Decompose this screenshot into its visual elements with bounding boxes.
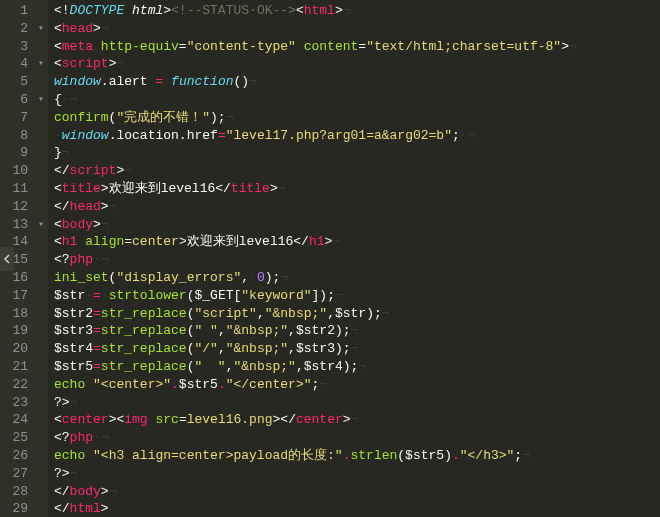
line-number: 5	[0, 73, 28, 91]
code-line[interactable]: <meta http-equiv="content-type" content=…	[54, 38, 660, 56]
fold-marker	[34, 322, 48, 340]
code-line[interactable]: </html>	[54, 500, 660, 517]
fold-marker	[34, 2, 48, 20]
code-line[interactable]: echo "<center>".$str5."</center>";¬	[54, 376, 660, 394]
fold-marker	[34, 198, 48, 216]
panel-fold-handle[interactable]	[0, 247, 14, 271]
code-line[interactable]: <?php·¬	[54, 251, 660, 269]
fold-marker	[34, 38, 48, 56]
code-line[interactable]: $str5=str_replace(" ","&nbsp;",$str4);¬	[54, 358, 660, 376]
code-line[interactable]: }¬	[54, 144, 660, 162]
code-editor: 1234567891011121314151617181920212223242…	[0, 0, 660, 517]
line-number: 11	[0, 180, 28, 198]
fold-marker	[34, 269, 48, 287]
fold-marker	[34, 144, 48, 162]
line-number: 17	[0, 287, 28, 305]
code-line[interactable]: $str3=str_replace(" ","&nbsp;",$str2);¬	[54, 322, 660, 340]
code-line[interactable]: </script>¬	[54, 162, 660, 180]
fold-marker	[34, 394, 48, 412]
fold-marker[interactable]: ▾	[34, 91, 48, 109]
line-number: 12	[0, 198, 28, 216]
fold-marker	[34, 447, 48, 465]
code-line[interactable]: {·¬	[54, 91, 660, 109]
fold-marker	[34, 340, 48, 358]
code-line[interactable]: <title>欢迎来到level16</title>¬	[54, 180, 660, 198]
fold-marker	[34, 162, 48, 180]
line-number: 6	[0, 91, 28, 109]
fold-marker[interactable]: ▾	[34, 20, 48, 38]
code-line[interactable]: confirm("完成的不错！");¬	[54, 109, 660, 127]
line-number: 7	[0, 109, 28, 127]
code-line[interactable]: $str2=str_replace("script","&nbsp;",$str…	[54, 305, 660, 323]
line-number: 29	[0, 500, 28, 517]
fold-marker	[34, 305, 48, 323]
fold-marker	[34, 180, 48, 198]
code-line[interactable]: ini_set("display_errors",·0);¬	[54, 269, 660, 287]
line-number: 28	[0, 483, 28, 501]
fold-marker	[34, 411, 48, 429]
code-line[interactable]: <h1 align=center>欢迎来到level16</h1>¬	[54, 233, 660, 251]
fold-marker[interactable]: ▾	[34, 216, 48, 234]
code-line[interactable]: window.alert = function()¬	[54, 73, 660, 91]
line-number: 9	[0, 144, 28, 162]
line-number: 13	[0, 216, 28, 234]
line-number: 21	[0, 358, 28, 376]
fold-marker[interactable]: ▾	[34, 55, 48, 73]
line-number: 3	[0, 38, 28, 56]
code-line[interactable]: <script>¬	[54, 55, 660, 73]
fold-marker-gutter: ▾▾▾▾	[34, 0, 48, 517]
code-line[interactable]: <!DOCTYPE html><!--STATUS·OK--><html>¬	[54, 2, 660, 20]
code-line[interactable]: echo "<h3 align=center>payload的长度:".strl…	[54, 447, 660, 465]
fold-marker	[34, 109, 48, 127]
line-number: 20	[0, 340, 28, 358]
fold-marker	[34, 465, 48, 483]
line-number: 8	[0, 127, 28, 145]
code-line[interactable]: </head>¬	[54, 198, 660, 216]
code-line[interactable]: <head>¬	[54, 20, 660, 38]
fold-marker	[34, 483, 48, 501]
fold-marker	[34, 233, 48, 251]
fold-marker	[34, 358, 48, 376]
fold-marker	[34, 127, 48, 145]
line-number: 1	[0, 2, 28, 20]
line-number: 2	[0, 20, 28, 38]
line-number: 4	[0, 55, 28, 73]
code-area[interactable]: <!DOCTYPE html><!--STATUS·OK--><html>¬<h…	[48, 0, 660, 517]
code-line[interactable]: <?php·¬	[54, 429, 660, 447]
code-line[interactable]: <body>¬	[54, 216, 660, 234]
line-number: 25	[0, 429, 28, 447]
code-line[interactable]: ?>¬	[54, 465, 660, 483]
line-number: 22	[0, 376, 28, 394]
code-line[interactable]: <center><img src=level16.png></center>¬	[54, 411, 660, 429]
line-number: 19	[0, 322, 28, 340]
code-line[interactable]: </body>¬	[54, 483, 660, 501]
line-number: 24	[0, 411, 28, 429]
fold-marker	[34, 500, 48, 517]
line-number: 26	[0, 447, 28, 465]
line-number: 27	[0, 465, 28, 483]
line-number: 23	[0, 394, 28, 412]
fold-marker	[34, 287, 48, 305]
line-number: 18	[0, 305, 28, 323]
code-line[interactable]: $str·=·strtolower($_GET["keyword"]);¬	[54, 287, 660, 305]
fold-marker	[34, 73, 48, 91]
code-line[interactable]: ?>¬	[54, 394, 660, 412]
fold-marker	[34, 251, 48, 269]
code-line[interactable]: ·window.location.href="level17.php?arg01…	[54, 127, 660, 145]
line-number: 16	[0, 269, 28, 287]
line-number: 10	[0, 162, 28, 180]
code-line[interactable]: $str4=str_replace("/","&nbsp;",$str3);¬	[54, 340, 660, 358]
fold-marker	[34, 429, 48, 447]
fold-marker	[34, 376, 48, 394]
chevron-left-icon	[3, 254, 11, 264]
